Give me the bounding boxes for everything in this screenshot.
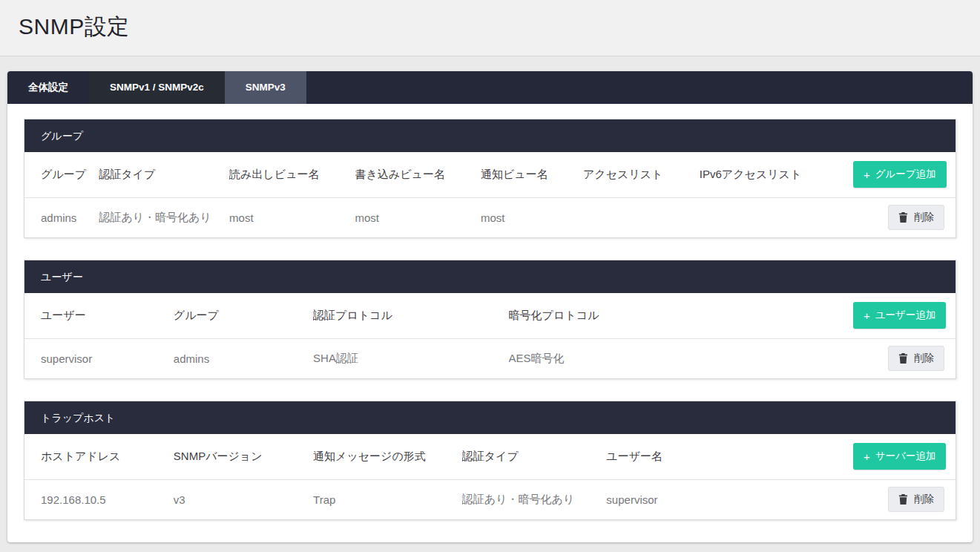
panel-group-title: グループ — [24, 119, 956, 152]
tab-bar: 全体設定 SNMPv1 / SNMPv2c SNMPv3 — [7, 71, 973, 104]
trash-icon — [898, 353, 908, 364]
trash-icon — [898, 494, 908, 505]
column-header: ユーザー名 — [606, 434, 853, 479]
delete-user-button[interactable]: 削除 — [888, 346, 944, 371]
cell-ipv6-access-list — [700, 197, 853, 237]
cell-host-address: 192.168.10.5 — [24, 479, 174, 519]
panel-user-title: ユーザー — [24, 260, 956, 293]
column-header: ユーザー — [24, 293, 174, 338]
cell-auth-type: 認証あり・暗号化あり — [462, 479, 607, 519]
column-header: グループ — [174, 293, 313, 338]
column-header: 認証タイプ — [99, 152, 229, 197]
column-header: 認証プロトコル — [313, 293, 509, 338]
add-user-button[interactable]: + ユーザー追加 — [853, 302, 946, 329]
panel-group: グループ グループ 認証タイプ 読み出しビュー名 書き込みビュー名 通知ビュー名… — [24, 119, 956, 238]
cell-auth-protocol: SHA認証 — [313, 338, 509, 378]
cell-notify-view: most — [481, 197, 583, 237]
column-header: 通知メッセージの形式 — [313, 434, 462, 479]
table-row: 192.168.10.5 v3 Trap 認証あり・暗号化あり supervis… — [24, 479, 956, 519]
plus-icon: + — [864, 169, 870, 180]
column-header: SNMPバージョン — [174, 434, 313, 479]
settings-card: 全体設定 SNMPv1 / SNMPv2c SNMPv3 グループ グループ 認… — [7, 71, 973, 542]
delete-button-label: 削除 — [914, 493, 934, 506]
cell-user-name: supervisor — [606, 479, 853, 519]
panel-trap-host-title: トラップホスト — [24, 401, 956, 434]
column-header: 暗号化プロトコル — [509, 293, 853, 338]
tab-snmpv3[interactable]: SNMPv3 — [225, 71, 306, 104]
column-header: IPv6アクセスリスト — [700, 152, 853, 197]
tab-snmpv1-snmpv2c[interactable]: SNMPv1 / SNMPv2c — [89, 71, 225, 104]
plus-icon: + — [864, 310, 870, 321]
panels-container: グループ グループ 認証タイプ 読み出しビュー名 書き込みビュー名 通知ビュー名… — [7, 104, 973, 542]
column-header: グループ — [24, 152, 99, 197]
delete-button-label: 削除 — [914, 211, 934, 224]
user-table: ユーザー グループ 認証プロトコル 暗号化プロトコル + ユーザー追加 — [24, 293, 956, 378]
page-title: SNMP設定 — [19, 12, 980, 42]
cell-priv-protocol: AES暗号化 — [509, 338, 853, 378]
cell-user: supervisor — [24, 338, 174, 378]
delete-server-button[interactable]: 削除 — [888, 487, 944, 512]
group-table-header-row: グループ 認証タイプ 読み出しビュー名 書き込みビュー名 通知ビュー名 アクセス… — [24, 152, 956, 197]
panel-user: ユーザー ユーザー グループ 認証プロトコル 暗号化プロトコル + ユーザー追加 — [24, 260, 956, 379]
cell-group: admins — [174, 338, 313, 378]
trap-host-table: ホストアドレス SNMPバージョン 通知メッセージの形式 認証タイプ ユーザー名… — [24, 434, 956, 519]
column-header: 認証タイプ — [462, 434, 607, 479]
tab-overall-settings[interactable]: 全体設定 — [7, 71, 89, 104]
cell-notify-format: Trap — [313, 479, 462, 519]
table-row: admins 認証あり・暗号化あり most most most 削除 — [24, 197, 956, 237]
column-header: 通知ビュー名 — [481, 152, 583, 197]
cell-group: admins — [24, 197, 99, 237]
cell-access-list — [583, 197, 700, 237]
add-group-button[interactable]: + グループ追加 — [853, 161, 947, 188]
column-header: アクセスリスト — [583, 152, 700, 197]
cell-write-view: most — [355, 197, 481, 237]
add-user-button-label: ユーザー追加 — [875, 309, 936, 322]
column-header: ホストアドレス — [24, 434, 174, 479]
column-header: 読み出しビュー名 — [229, 152, 355, 197]
delete-button-label: 削除 — [914, 352, 934, 365]
user-table-header-row: ユーザー グループ 認証プロトコル 暗号化プロトコル + ユーザー追加 — [24, 293, 956, 338]
group-table: グループ 認証タイプ 読み出しビュー名 書き込みビュー名 通知ビュー名 アクセス… — [24, 152, 956, 237]
delete-group-button[interactable]: 削除 — [888, 205, 944, 230]
panel-trap-host: トラップホスト ホストアドレス SNMPバージョン 通知メッセージの形式 認証タ… — [24, 401, 956, 520]
add-server-button[interactable]: + サーバー追加 — [853, 443, 946, 470]
add-group-button-label: グループ追加 — [875, 168, 936, 181]
cell-read-view: most — [229, 197, 355, 237]
cell-snmp-version: v3 — [174, 479, 313, 519]
table-row: supervisor admins SHA認証 AES暗号化 削除 — [24, 338, 956, 378]
plus-icon: + — [864, 451, 870, 462]
trash-icon — [898, 212, 908, 223]
add-server-button-label: サーバー追加 — [875, 450, 936, 463]
content-area: 全体設定 SNMPv1 / SNMPv2c SNMPv3 グループ グループ 認… — [0, 56, 980, 542]
cell-auth-type: 認証あり・暗号化あり — [99, 197, 229, 237]
column-header: 書き込みビュー名 — [355, 152, 481, 197]
trap-host-table-header-row: ホストアドレス SNMPバージョン 通知メッセージの形式 認証タイプ ユーザー名… — [24, 434, 956, 479]
page-header: SNMP設定 — [0, 0, 980, 56]
